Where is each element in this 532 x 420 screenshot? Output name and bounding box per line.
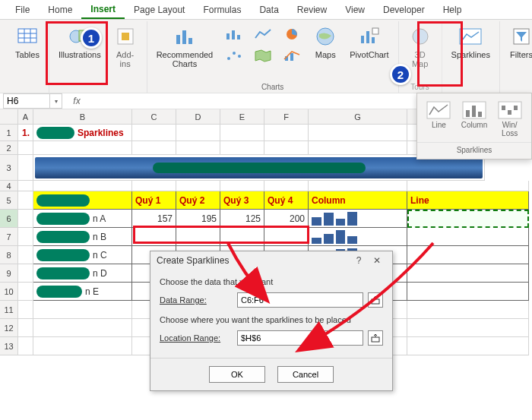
banner <box>35 157 483 178</box>
sparkline-winloss-button[interactable]: Win/ Loss <box>493 99 527 139</box>
3d-map-button[interactable]: 3D Map <box>404 23 437 70</box>
ok-button[interactable]: OK <box>209 366 265 383</box>
tab-formulas[interactable]: Formulas <box>194 2 250 18</box>
chart-column-icon[interactable] <box>220 24 248 44</box>
filters-button[interactable]: Filters <box>505 23 532 61</box>
tab-home[interactable]: Home <box>39 2 81 18</box>
cell[interactable]: 200 <box>264 210 309 228</box>
tab-developer[interactable]: Developer <box>374 2 434 18</box>
tab-review[interactable]: Review <box>288 2 336 18</box>
table-header[interactable]: Quý 3 <box>220 191 264 210</box>
cell[interactable]: n D <box>33 264 132 283</box>
col-header-a[interactable]: A <box>18 109 33 124</box>
chart-line-icon[interactable] <box>249 24 277 44</box>
cell[interactable]: Sparklines <box>33 125 132 141</box>
recommended-charts-label: Recommended Charts <box>157 50 214 68</box>
sparkline-column-button[interactable]: Column <box>458 99 491 139</box>
tab-file[interactable]: File <box>6 2 39 18</box>
sparklines-button[interactable]: Sparklines <box>447 23 495 61</box>
tab-insert[interactable]: Insert <box>81 1 125 19</box>
cell[interactable]: 157 <box>132 210 176 228</box>
name-box[interactable] <box>3 93 50 109</box>
tables-button[interactable]: Tables <box>11 23 44 61</box>
svg-rect-33 <box>472 106 476 117</box>
cancel-button[interactable]: Cancel <box>277 366 334 383</box>
row-header[interactable]: 3 <box>0 155 18 181</box>
dialog-close-button[interactable]: ✕ <box>368 255 386 266</box>
chart-pie-icon[interactable] <box>278 24 306 44</box>
maps-icon <box>313 24 337 49</box>
table-header[interactable]: Quý 1 <box>132 191 176 210</box>
svg-rect-32 <box>466 110 470 117</box>
cell[interactable]: n A <box>33 210 132 228</box>
pivotchart-button[interactable]: PivotChart <box>345 23 393 61</box>
recommended-charts-button[interactable]: Recommended Charts <box>152 23 218 70</box>
svg-point-16 <box>227 57 230 60</box>
sparklines-flyout: Line Column Win/ Loss Sparklines <box>416 93 532 159</box>
svg-rect-40 <box>372 337 379 342</box>
cell[interactable]: 125 <box>220 210 264 228</box>
addins-label: Add- ins <box>116 50 134 68</box>
table-header[interactable]: Quý 2 <box>176 191 220 210</box>
col-header-d[interactable]: D <box>176 109 220 124</box>
col-header-f[interactable]: F <box>264 109 309 124</box>
tab-view[interactable]: View <box>336 2 374 18</box>
col-header-c[interactable]: C <box>132 109 176 124</box>
cell[interactable] <box>309 210 407 228</box>
row-header[interactable]: 11 <box>0 301 18 319</box>
chart-map-icon[interactable] <box>249 46 277 65</box>
select-all-corner[interactable] <box>0 109 18 124</box>
recommended-charts-icon <box>173 24 197 49</box>
maps-button[interactable]: Maps <box>309 23 342 61</box>
cell[interactable]: n B <box>33 228 132 246</box>
row-header[interactable]: 1 <box>0 125 18 141</box>
table-header[interactable]: Line <box>407 191 529 210</box>
cell[interactable]: n E <box>33 283 132 301</box>
dialog-help-button[interactable]: ? <box>350 255 368 266</box>
cell[interactable]: 1. <box>18 125 33 141</box>
col-header-g[interactable]: G <box>309 109 407 124</box>
row-header[interactable]: 4 <box>0 181 18 191</box>
chart-scatter-icon[interactable] <box>220 46 248 65</box>
data-range-input[interactable] <box>237 292 363 308</box>
col-header-b[interactable]: B <box>33 109 132 124</box>
svg-rect-30 <box>427 102 450 118</box>
pivotchart-label: PivotChart <box>350 50 388 59</box>
row-header[interactable]: 12 <box>0 319 18 337</box>
fx-icon[interactable]: fx <box>68 96 85 106</box>
sparklines-label: Sparklines <box>451 50 490 59</box>
chart-combo-icon[interactable] <box>278 46 306 65</box>
row-header[interactable]: 9 <box>0 264 18 283</box>
selected-cell-h6[interactable] <box>407 210 529 228</box>
row-header[interactable]: 8 <box>0 246 18 264</box>
row-header[interactable]: 10 <box>0 283 18 301</box>
tab-help[interactable]: Help <box>434 2 471 18</box>
name-box-dropdown[interactable]: ▾ <box>50 93 62 109</box>
table-header[interactable]: Quý 4 <box>264 191 309 210</box>
data-range-picker[interactable] <box>368 292 383 308</box>
row-header[interactable]: 5 <box>0 191 18 210</box>
svg-rect-14 <box>237 35 240 39</box>
charts-group-label: Charts <box>261 83 283 93</box>
row-header[interactable]: 6 <box>0 210 18 228</box>
group-filters: Filters <box>500 21 532 93</box>
create-sparklines-dialog: Create Sparklines ? ✕ Choose the data th… <box>150 251 393 391</box>
table-header[interactable] <box>33 191 132 210</box>
tab-data[interactable]: Data <box>250 2 287 18</box>
cell[interactable]: 195 <box>176 210 220 228</box>
addins-button[interactable]: Add- ins <box>109 23 142 70</box>
row-header[interactable]: 2 <box>0 141 18 155</box>
svg-point-17 <box>233 52 236 55</box>
location-range-input[interactable] <box>237 330 363 346</box>
table-header[interactable]: Column <box>309 191 407 210</box>
svg-rect-9 <box>176 35 180 44</box>
cell[interactable]: n C <box>33 246 132 264</box>
tab-page-layout[interactable]: Page Layout <box>125 2 194 18</box>
col-header-e[interactable]: E <box>220 109 264 124</box>
svg-rect-25 <box>372 28 378 34</box>
group-tables: Tables <box>6 21 49 93</box>
sparkline-line-button[interactable]: Line <box>422 99 455 139</box>
location-range-picker[interactable] <box>368 330 383 346</box>
row-header[interactable]: 7 <box>0 228 18 246</box>
row-header[interactable]: 13 <box>0 337 18 355</box>
